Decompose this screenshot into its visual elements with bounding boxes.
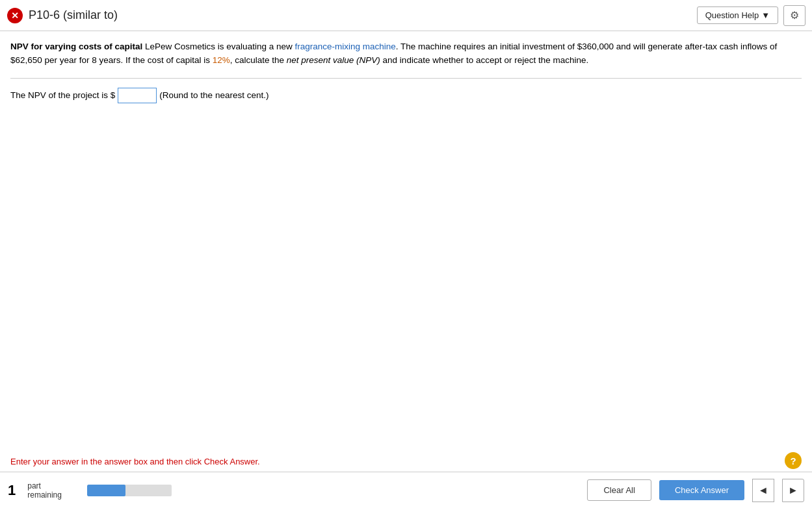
header-left: ✕ P10-6 (similar to) [7, 7, 118, 24]
dropdown-icon: ▼ [761, 10, 770, 20]
close-icon[interactable]: ✕ [7, 7, 23, 24]
help-circle-button[interactable]: ? [785, 452, 802, 469]
part-info: part remaining [27, 481, 79, 500]
footer: 1 part remaining Clear All Check Answer … [0, 472, 812, 508]
progress-bar-fill [87, 485, 125, 496]
npv-answer-input[interactable] [118, 88, 157, 103]
answer-row: The NPV of the project is $ (Round to th… [10, 88, 802, 103]
close-button[interactable]: ✕ [7, 8, 23, 23]
problem-title: NPV for varying costs of capital [10, 42, 142, 51]
clear-all-button[interactable]: Clear All [587, 479, 651, 501]
round-note: (Round to the nearest cent.) [159, 90, 268, 100]
gear-icon: ⚙ [790, 9, 799, 21]
header-right: Question Help ▼ ⚙ [697, 5, 805, 26]
next-button[interactable]: ► [782, 479, 804, 502]
question-help-button[interactable]: Question Help ▼ [697, 6, 778, 24]
status-row: Enter your answer in the answer box and … [0, 451, 812, 472]
gear-button[interactable]: ⚙ [783, 5, 805, 26]
content-area: NPV for varying costs of capital LePew C… [0, 31, 812, 451]
check-answer-button[interactable]: Check Answer [659, 480, 744, 500]
question-title: P10-6 (similar to) [29, 8, 118, 22]
divider [10, 78, 802, 79]
prev-button[interactable]: ◄ [752, 479, 774, 502]
part-number: 1 [8, 483, 16, 498]
progress-bar [87, 485, 172, 496]
answer-prompt: The NPV of the project is $ [10, 90, 115, 100]
remaining-label: remaining [27, 490, 79, 500]
question-help-label: Question Help [705, 10, 759, 20]
help-icon: ? [790, 455, 796, 466]
header: ✕ P10-6 (similar to) Question Help ▼ ⚙ [0, 0, 812, 31]
status-instruction: Enter your answer in the answer box and … [10, 457, 260, 466]
problem-text: NPV for varying costs of capital LePew C… [10, 40, 802, 68]
part-label: part [27, 481, 79, 490]
